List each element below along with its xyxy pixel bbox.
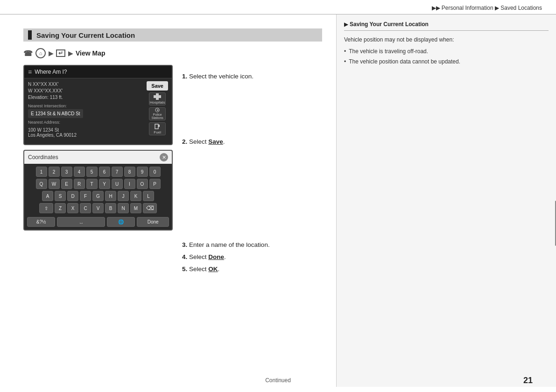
save-button[interactable]: Save (147, 81, 168, 91)
breadcrumb-arrows: ▶▶ (432, 5, 440, 11)
kb-row-numbers: 1 2 3 4 5 6 7 8 9 0 (27, 167, 169, 177)
key-f[interactable]: F (80, 191, 91, 201)
left-column: Saving Your Current Location ☎ ⌂ ▶ ↵ ▶ V… (0, 14, 336, 387)
main-content: Saving Your Current Location ☎ ⌂ ▶ ↵ ▶ V… (0, 14, 556, 387)
coord1: N XX°XX XXX' (28, 81, 83, 88)
step-5-bold: OK (208, 266, 218, 273)
key-g[interactable]: G (92, 191, 104, 201)
key-y[interactable]: Y (99, 179, 110, 189)
fuel-button[interactable]: Fuel (149, 122, 166, 135)
footer: Continued 21 (0, 377, 556, 384)
key-z[interactable]: Z (55, 203, 66, 213)
fuel-label: Fuel (154, 130, 161, 134)
coord2: W XXX°XX.XXX' (28, 88, 83, 94)
right-heading-text: Saving Your Current Location (350, 21, 429, 28)
kb-row-asdf: A S D F G H J K L (27, 191, 169, 201)
top-bar: ▶▶ Personal Information ▶ Saved Location… (0, 0, 556, 14)
breadcrumb-part2: Saved Locations (500, 5, 542, 11)
step-1: 1. Select the vehicle icon. (182, 72, 322, 81)
location-coords: N XX°XX XXX' W XXX°XX.XXX' Elevation: 11… (28, 81, 83, 101)
key-shift[interactable]: ⇧ (39, 203, 53, 213)
nav-box-icon: ↵ (56, 49, 65, 57)
key-c[interactable]: C (80, 203, 91, 213)
key-r[interactable]: R (74, 179, 85, 189)
key-x[interactable]: X (67, 203, 78, 213)
intersection-text: E 1234 St & N ABCD St (31, 111, 80, 116)
key-n[interactable]: N (118, 203, 129, 213)
bullet-1: The vehicle is traveling off-road. (344, 47, 549, 56)
key-1[interactable]: 1 (36, 167, 47, 177)
key-globe[interactable]: 🌐 (107, 217, 135, 227)
step-3-text: Enter a name of the location. (189, 241, 270, 248)
screenshots-column: ≡ Where Am I? N XX°XX XXX' W XXX°XX.XXX'… (23, 65, 173, 231)
key-5[interactable]: 5 (86, 167, 98, 177)
key-7[interactable]: 7 (112, 167, 123, 177)
screen-top-bar: ≡ Where Am I? (24, 66, 172, 78)
key-2[interactable]: 2 (49, 167, 60, 177)
key-v[interactable]: V (92, 203, 104, 213)
police-button[interactable]: ★ Police Stations (149, 107, 166, 120)
key-backspace[interactable]: ⌫ (143, 203, 157, 213)
hospitals-button[interactable]: Hospitals (149, 92, 166, 105)
key-done[interactable]: Done (137, 217, 169, 227)
key-e[interactable]: E (61, 179, 72, 189)
svg-rect-1 (154, 95, 161, 98)
nav-label-text: View Map (76, 49, 106, 57)
svg-rect-4 (155, 124, 158, 129)
page-number: 21 (523, 376, 533, 385)
key-w[interactable]: W (49, 179, 60, 189)
side-buttons: Save Hospitals ★ Police Stations (147, 81, 168, 135)
key-b[interactable]: B (105, 203, 116, 213)
key-symbols[interactable]: &?½ (27, 217, 55, 227)
steps-column: 1. Select the vehicle icon. 2. Select Sa… (182, 65, 322, 277)
step-5-text: Select OK. (189, 266, 219, 273)
keyboard-rows: 1 2 3 4 5 6 7 8 9 0 Q (24, 164, 172, 217)
key-space[interactable]: ⎵ (57, 217, 105, 227)
keyboard-bottom-row: &?½ ⎵ 🌐 Done (24, 217, 172, 230)
key-k[interactable]: K (130, 191, 141, 201)
step-list: 1. Select the vehicle icon. 2. Select Sa… (182, 72, 322, 274)
key-t[interactable]: T (86, 179, 98, 189)
bullet-1-text: The vehicle is traveling off-road. (349, 47, 428, 56)
key-s[interactable]: S (55, 191, 66, 201)
hospitals-label: Hospitals (150, 100, 165, 105)
screen-keyboard: Coordinates ✕ 1 2 3 4 5 6 7 8 (23, 150, 173, 231)
key-3[interactable]: 3 (61, 167, 72, 177)
key-i[interactable]: I (124, 179, 135, 189)
right-column: ▶ Saving Your Current Location Vehicle p… (336, 14, 556, 387)
step-2-num: 2. (182, 138, 187, 145)
key-p[interactable]: P (149, 179, 161, 189)
phone-icon: ☎ (23, 49, 33, 58)
address-line2: Los Angeles, CA 90012 (28, 133, 83, 138)
key-4[interactable]: 4 (74, 167, 85, 177)
bullet-2: The vehicle position data cannot be upda… (344, 57, 549, 66)
key-o[interactable]: O (137, 179, 148, 189)
key-6[interactable]: 6 (99, 167, 110, 177)
key-q[interactable]: Q (36, 179, 47, 189)
key-a[interactable]: A (42, 191, 53, 201)
section-heading: Saving Your Current Location (23, 28, 322, 42)
svg-text:★: ★ (156, 109, 159, 112)
key-d[interactable]: D (67, 191, 78, 201)
key-l[interactable]: L (143, 191, 154, 201)
key-u[interactable]: U (112, 179, 123, 189)
key-j[interactable]: J (118, 191, 129, 201)
footer-continued: Continued (0, 377, 556, 384)
screen-where-am-i: ≡ Where Am I? N XX°XX XXX' W XXX°XX.XXX'… (23, 65, 173, 145)
key-8[interactable]: 8 (124, 167, 135, 177)
key-h[interactable]: H (105, 191, 116, 201)
key-m[interactable]: M (130, 203, 141, 213)
step-3-num: 3. (182, 241, 187, 248)
svg-rect-5 (158, 125, 160, 127)
key-0[interactable]: 0 (149, 167, 161, 177)
clear-button[interactable]: ✕ (160, 153, 168, 161)
bullet-2-text: The vehicle position data cannot be upda… (349, 57, 460, 66)
step-2-bold: Save (208, 138, 223, 145)
address-label: Nearest Address: (28, 120, 83, 125)
key-9[interactable]: 9 (137, 167, 148, 177)
breadcrumb: ▶▶ Personal Information ▶ Saved Location… (432, 5, 542, 11)
address-value: 100 W 1234 St Los Angeles, CA 90012 (28, 126, 83, 140)
content-layout: ≡ Where Am I? N XX°XX XXX' W XXX°XX.XXX'… (23, 65, 322, 277)
keyboard-input-row: Coordinates ✕ (24, 151, 172, 164)
section-heading-bar (28, 30, 32, 40)
